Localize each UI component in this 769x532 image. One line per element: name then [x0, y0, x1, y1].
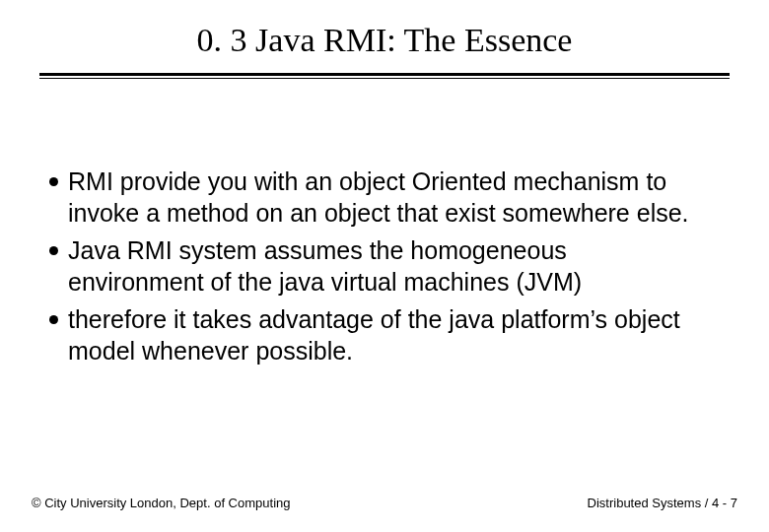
bullet-icon: [49, 315, 58, 324]
slide: 0. 3 Java RMI: The Essence RMI provide y…: [0, 0, 769, 532]
title-rule-thin: [39, 78, 730, 79]
list-item: RMI provide you with an object Oriented …: [49, 166, 708, 229]
list-item: Java RMI system assumes the homogeneous …: [49, 234, 708, 298]
bullet-icon: [49, 246, 58, 255]
title-rule-thick: [39, 73, 730, 76]
bullet-text: therefore it takes advantage of the java…: [68, 303, 708, 366]
bullet-text: Java RMI system assumes the homogeneous …: [68, 234, 708, 298]
footer-right: Distributed Systems / 4 - 7: [588, 496, 737, 510]
list-item: therefore it takes advantage of the java…: [49, 303, 708, 366]
footer: © City University London, Dept. of Compu…: [0, 496, 769, 510]
bullet-icon: [49, 177, 58, 186]
footer-left: © City University London, Dept. of Compu…: [32, 496, 290, 510]
bullet-list: RMI provide you with an object Oriented …: [39, 166, 730, 366]
slide-title: 0. 3 Java RMI: The Essence: [39, 22, 730, 59]
bullet-text: RMI provide you with an object Oriented …: [68, 166, 708, 229]
